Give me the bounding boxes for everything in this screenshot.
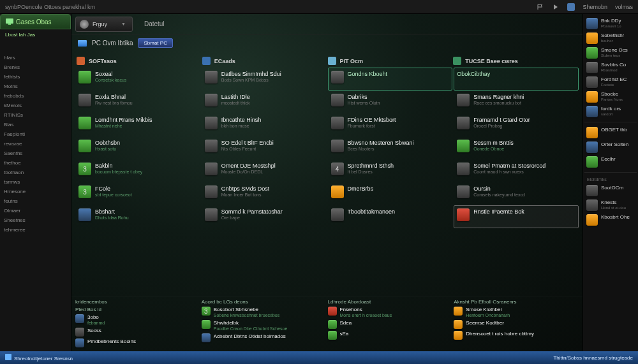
sidebar-cat-16[interactable]: Olmaer	[0, 206, 71, 215]
bottom-item-2-2[interactable]: sEa	[328, 331, 453, 340]
grid-item-6-2[interactable]: Tboobtitakmanoen	[328, 205, 453, 228]
app-icon	[75, 328, 84, 337]
grid-item-4-0[interactable]: 3Bakblnbocuom btepsste t obey	[75, 159, 200, 182]
taskbar[interactable]: Shreotncitjetoner Sresnsn Thittn/Sobss h…	[0, 351, 638, 364]
sidebar-cat-15[interactable]: feutns	[0, 196, 71, 206]
grid-item-3-1[interactable]: SO Edel t BlIF EncbiNts Obles Feeunt	[202, 136, 327, 159]
bottom-item-1-0[interactable]: 3Bosobort SbhsnebeSobene kmwsboshnet bro…	[202, 307, 327, 318]
sidebar-cat-2[interactable]: fethists	[0, 72, 71, 82]
bottom-item-1-1[interactable]: ShwhdelbkPoodbe Craon Dbe Cthobnt Scheso…	[202, 320, 327, 331]
grid-item-5-1[interactable]: Gnbtps SMds DostMoan Incer Bot tons	[202, 182, 327, 205]
item-title: Bakbln	[95, 163, 142, 170]
right-item[interactable]: Orter Solten	[584, 140, 637, 154]
app-icon: 4	[331, 163, 344, 175]
grid-item-5-2[interactable]: DmerBrbs	[328, 182, 453, 205]
bottom-item-1-2[interactable]: Acbebnt Dbtns Otidat bolmados	[202, 333, 327, 342]
bottom-item-2-0[interactable]: FnsehonsMons orert h croaoet baus	[328, 307, 453, 318]
grid-item-1-0[interactable]: Eoxla BhnalRw nest bra fbmou	[75, 91, 200, 113]
item-title: Rnstie IPaemte Bok	[473, 208, 524, 215]
play-icon[interactable]	[552, 3, 560, 11]
grid-item-4-2[interactable]: 4Sprethmnrd SthshIt bel Dosres	[328, 159, 453, 182]
right-item[interactable]: Smone OcsStdem teos	[584, 46, 637, 60]
app-icon	[586, 91, 598, 103]
sidebar-tab-games[interactable]: Gases Obas	[0, 14, 71, 29]
grid-item-4-3[interactable]: Somel Pmatrn at StosrorcodCoont maod h s…	[454, 159, 579, 182]
bottom-item-3-0[interactable]: Smose KlothberHentoem Oncbnanarh	[454, 307, 579, 318]
grid-item-6-1[interactable]: Sommd k PamstatosharOre bape	[202, 205, 327, 228]
app-icon: 3	[78, 186, 91, 198]
bottom-item-0-2[interactable]: Pmdbebnents Booins	[75, 339, 200, 347]
sidebar-cat-8[interactable]: Faeplontl	[0, 129, 71, 139]
grid-item-3-2[interactable]: Bbwsno Mesteren SbwaniBces Nooters	[328, 136, 453, 159]
item-subtitle: Oonede Obnoe	[473, 147, 514, 152]
bottom-heading-0: Pted Bos ld	[75, 307, 200, 312]
topbar-text-2[interactable]: volmss	[615, 4, 633, 10]
grid-item-4-1[interactable]: Oment DJE MostshplMoosle Do/On DEDL	[202, 159, 327, 182]
grid-item-3-3[interactable]: Sessm m BnttisOonede Obnoe	[454, 136, 579, 159]
grid-item-1-1[interactable]: Lastith IDlemcostedt thick	[202, 91, 327, 113]
sidebar-cat-13[interactable]: tsrmws	[0, 177, 71, 187]
right-item[interactable]: Kbosbrt Ohe	[584, 213, 637, 227]
sidebar-cat-7[interactable]: Blas	[0, 120, 71, 129]
right-item[interactable]: Sobethshrbouhor	[584, 31, 637, 45]
grid-item-6-0[interactable]: BbshartDhots tdaa Rohu	[75, 205, 200, 228]
sidebar-cat-12[interactable]: tbothaon	[0, 168, 71, 177]
right-item[interactable]: Fordnst ECFootete	[584, 75, 637, 89]
grid-item-3-0[interactable]: OobthsbnHxast sotu	[75, 136, 200, 159]
item-title: ObokCibthay	[457, 71, 490, 78]
sidebar-cat-5[interactable]: kMerols	[0, 101, 71, 110]
sidebar-cat-6[interactable]: RTINISs	[0, 110, 71, 120]
category-dropdown[interactable]: Frguy ▼	[75, 17, 133, 32]
item-subtitle: sbt tepue corsoeot	[95, 193, 132, 198]
column-icon	[453, 57, 461, 65]
bottom-item-0-1[interactable]: Socss	[75, 328, 200, 337]
right-item[interactable]: SootOCrn	[584, 184, 637, 198]
grid-item-2-2[interactable]: FDins OE MktsbortFbumork forst	[328, 113, 453, 136]
app-icon	[328, 320, 337, 329]
topbar-text-1[interactable]: Shemobn	[582, 4, 607, 10]
sidebar-cat-14[interactable]: Hmesone	[0, 187, 71, 196]
grid-item-0-3[interactable]: ObokCibthay	[454, 68, 579, 91]
sidebar-cat-4[interactable]: frebobds	[0, 91, 71, 101]
grid-item-1-3[interactable]: Smans Ragner khniRace ces smonucku bot	[454, 91, 579, 113]
grid-item-0-0[interactable]: SoxealConsetsk kacus	[75, 68, 200, 91]
grid-item-5-0[interactable]: 3FColesbt tepue corsoeot	[75, 182, 200, 205]
sidebar-cat-17[interactable]: Sheetnes	[0, 215, 71, 225]
right-item[interactable]: fordk orssardoft	[584, 105, 637, 119]
item-subtitle: Bces Nooters	[348, 147, 414, 152]
grid-item-1-2[interactable]: OabriksHist wems Olutn	[328, 91, 453, 113]
sidebar-cat-1[interactable]: Brenks	[0, 62, 71, 72]
grid-item-6-3[interactable]: Rnstie IPaemte Bok	[454, 205, 579, 228]
header-tab[interactable]: Datetul	[139, 18, 170, 30]
app-icon[interactable]	[567, 3, 575, 11]
right-item[interactable]: KnestsHond st ot.doo	[584, 198, 637, 212]
right-item[interactable]: SbockeFantes Nons	[584, 90, 637, 104]
item-title: Eoxla Bhnal	[95, 94, 133, 101]
grid-item-0-2[interactable]: Gondns Kboeht	[328, 68, 453, 91]
breadcrumb-pill[interactable]: Sbmat PC	[138, 38, 172, 48]
right-item[interactable]: Sovbbs CoRbastnod	[584, 61, 637, 75]
item-subtitle: It bel Dosres	[348, 170, 394, 175]
sidebar-cat-9[interactable]: rewsrae	[0, 139, 71, 149]
grid-item-0-1[interactable]: Datlbes SinmImhd SduiBods Sown KPM Bdoss	[202, 68, 327, 91]
flag-icon[interactable]	[537, 3, 544, 11]
right-item[interactable]: Bnk DDyPbanoslt 1o	[584, 17, 637, 31]
sidebar-cat-0[interactable]: hIars	[0, 53, 71, 62]
grid-item-2-3[interactable]: Framamd t Gtard OtorOrocel Probag	[454, 113, 579, 136]
bottom-item-0-0[interactable]: 3obofebanmd	[75, 314, 200, 326]
bottom-item-2-1[interactable]: Sdea	[328, 320, 453, 329]
sidebar-cat-11[interactable]: thethoe	[0, 158, 71, 168]
item-subtitle: bkh bon mose	[221, 124, 262, 129]
right-item[interactable]: OBGET thb	[584, 126, 637, 140]
right-item[interactable]: Eeclhr	[584, 155, 637, 169]
grid-item-5-3[interactable]: OursinComsets nakeyumd texcd	[454, 182, 579, 205]
taskbar-left[interactable]: Shreotncitjetoner Sresnsn	[14, 356, 73, 361]
sidebar-cat-18[interactable]: tehmeree	[0, 225, 71, 235]
bottom-item-3-1[interactable]: Seemse Kodtber	[454, 320, 579, 329]
sidebar-cat-10[interactable]: Saenths	[0, 149, 71, 158]
bottom-item-3-2[interactable]: Dhensooet t rois hobre cbttmy	[454, 331, 579, 340]
start-icon[interactable]	[5, 354, 11, 360]
grid-item-2-0[interactable]: Lomdhnt Rrans MikbisMhastnt nehe	[75, 113, 200, 136]
grid-item-2-1[interactable]: Ibncathte Hinshbkh bon mose	[202, 113, 327, 136]
sidebar-cat-3[interactable]: Motns	[0, 82, 71, 91]
